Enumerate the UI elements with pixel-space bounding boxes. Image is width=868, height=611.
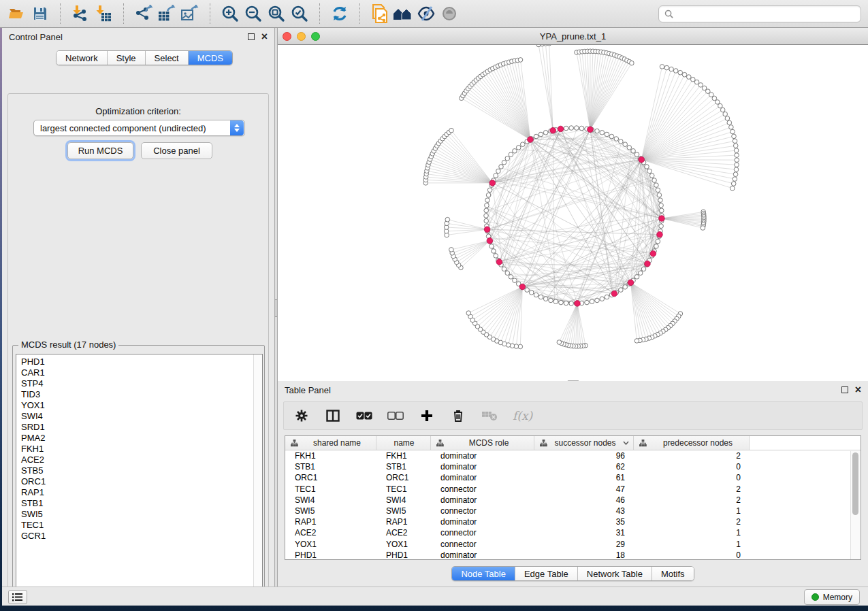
graph-node[interactable] <box>718 103 723 108</box>
graph-node[interactable] <box>654 244 659 249</box>
mcds-result-item[interactable]: TEC1 <box>16 520 253 531</box>
tab-network-table[interactable]: Network Table <box>577 567 652 580</box>
mcds-list-scrollbar[interactable] <box>253 354 262 595</box>
table-cell[interactable]: ACE2 <box>285 527 376 538</box>
graph-node[interactable] <box>654 183 659 188</box>
graph-node[interactable] <box>658 198 663 203</box>
graph-node[interactable] <box>543 130 548 135</box>
graph-node[interactable] <box>575 126 579 131</box>
table-row[interactable]: SWI4SWI4dominator462 <box>285 495 861 506</box>
tab-edge-table[interactable]: Edge Table <box>515 567 577 580</box>
graph-node[interactable] <box>600 130 605 135</box>
graph-node[interactable] <box>682 72 687 77</box>
mcds-result-item[interactable]: SRD1 <box>16 422 253 433</box>
delete-column-icon[interactable] <box>450 408 466 424</box>
graph-node[interactable] <box>701 226 705 231</box>
table-cell[interactable]: dominator <box>431 516 534 527</box>
graph-node[interactable] <box>698 83 703 88</box>
graph-node[interactable] <box>735 158 739 163</box>
graph-mcds-node[interactable] <box>645 261 651 267</box>
mcds-result-item[interactable]: STB5 <box>16 465 253 476</box>
graph-node[interactable] <box>659 224 664 229</box>
graph-node[interactable] <box>656 188 660 193</box>
graph-node[interactable] <box>690 77 695 82</box>
graph-node[interactable] <box>486 193 491 197</box>
table-scrollbar[interactable] <box>850 451 860 559</box>
clone-network-icon[interactable] <box>368 2 391 25</box>
graph-node[interactable] <box>539 132 543 137</box>
column-header-MCDS-role[interactable]: MCDS role <box>431 436 534 450</box>
table-cell[interactable]: dominator <box>431 461 534 472</box>
graph-node[interactable] <box>513 149 517 154</box>
table-cell[interactable]: 2 <box>634 484 750 495</box>
graph-node[interactable] <box>585 300 590 305</box>
memory-button[interactable]: Memory <box>804 589 860 605</box>
graph-node[interactable] <box>499 165 504 169</box>
graph-node[interactable] <box>634 339 639 344</box>
graph-node[interactable] <box>595 298 600 303</box>
zoom-fit-icon[interactable] <box>265 2 288 25</box>
mcds-result-item[interactable]: CAR1 <box>16 367 253 378</box>
graph-node[interactable] <box>619 288 624 293</box>
graph-node[interactable] <box>605 295 609 299</box>
mcds-result-item[interactable]: SWI5 <box>16 509 253 520</box>
graph-node[interactable] <box>734 148 739 153</box>
table-cell[interactable]: FKH1 <box>376 450 431 461</box>
graph-node[interactable] <box>638 271 643 276</box>
table-row[interactable]: YOX1YOX1connector291 <box>285 539 861 550</box>
graph-node[interactable] <box>539 295 543 299</box>
graph-mcds-node[interactable] <box>659 216 665 222</box>
mcds-result-item[interactable]: PHD1 <box>16 357 253 367</box>
graph-node[interactable] <box>705 89 710 94</box>
graph-node[interactable] <box>509 152 513 157</box>
graph-node[interactable] <box>733 139 737 144</box>
graph-mcds-node[interactable] <box>650 250 656 257</box>
graph-node[interactable] <box>730 186 735 191</box>
graph-node[interactable] <box>445 217 450 222</box>
search-input[interactable] <box>677 9 855 19</box>
table-cell[interactable]: dominator <box>431 495 534 506</box>
graph-node[interactable] <box>449 248 454 252</box>
save-session-icon[interactable] <box>29 2 52 25</box>
graph-node[interactable] <box>731 182 736 186</box>
graph-node[interactable] <box>484 214 489 218</box>
mcds-result-item[interactable]: FKH1 <box>16 444 253 455</box>
graph-node[interactable] <box>641 267 646 271</box>
table-cell[interactable]: 61 <box>534 472 634 483</box>
graph-node[interactable] <box>494 254 498 259</box>
graph-node[interactable] <box>659 208 664 213</box>
table-row[interactable]: FKH1FKH1dominator962 <box>285 450 861 461</box>
graph-mcds-node[interactable] <box>496 259 502 265</box>
table-cell[interactable]: ORC1 <box>376 472 431 483</box>
graph-node[interactable] <box>534 134 539 139</box>
table-row[interactable]: TEC1TEC1connector472 <box>285 484 861 495</box>
graph-mcds-node[interactable] <box>528 137 534 143</box>
table-cell[interactable]: 18 <box>534 550 634 561</box>
deselect-all-icon[interactable] <box>387 408 404 424</box>
table-settings-gear-icon[interactable] <box>293 408 310 424</box>
table-cell[interactable]: SWI5 <box>376 506 431 516</box>
show-columns-icon[interactable] <box>325 408 341 424</box>
table-cell[interactable]: dominator <box>431 472 534 483</box>
graph-node[interactable] <box>484 208 489 213</box>
graph-node[interactable] <box>569 301 574 306</box>
table-cell[interactable]: 0 <box>634 550 750 561</box>
table-cell[interactable]: 35 <box>534 516 634 527</box>
graph-node[interactable] <box>605 132 609 137</box>
graph-node[interactable] <box>627 146 632 150</box>
graph-node[interactable] <box>647 169 652 174</box>
graph-node[interactable] <box>619 139 624 144</box>
graph-node[interactable] <box>489 244 494 249</box>
graph-mcds-node[interactable] <box>484 227 490 233</box>
table-cell[interactable]: connector <box>431 527 534 538</box>
graph-node[interactable] <box>609 134 614 139</box>
apply-layout-icon[interactable] <box>328 2 351 25</box>
export-table-icon[interactable] <box>155 2 178 25</box>
tab-style[interactable]: Style <box>107 51 145 65</box>
mcds-result-item[interactable]: PMA2 <box>16 433 253 444</box>
graph-node[interactable] <box>733 172 738 177</box>
tab-motifs[interactable]: Motifs <box>652 567 694 580</box>
close-panel-icon[interactable]: × <box>855 386 861 393</box>
table-row[interactable]: ACE2ACE2connector311 <box>285 527 861 538</box>
graph-node[interactable] <box>513 278 517 283</box>
